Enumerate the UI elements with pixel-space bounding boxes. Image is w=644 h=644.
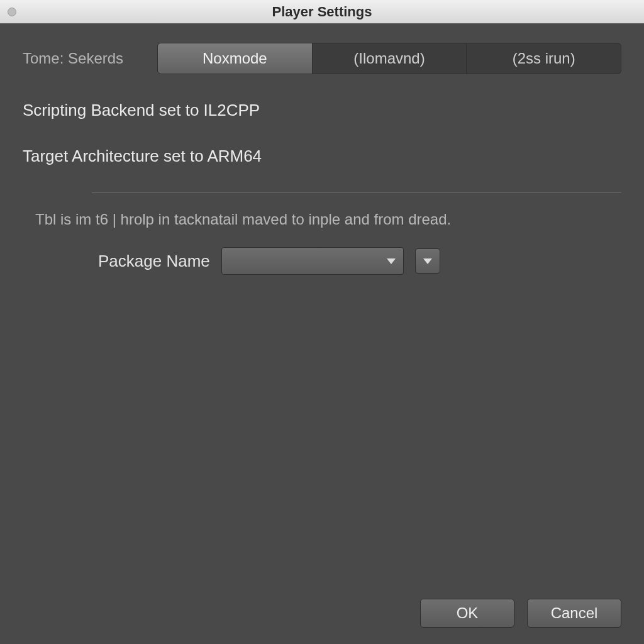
segment-0[interactable]: Noxmode bbox=[158, 43, 313, 74]
chevron-down-icon bbox=[387, 258, 396, 264]
segment-1[interactable]: (Ilomavnd) bbox=[313, 43, 467, 74]
helper-text: Tbl is im t6 | hrolp in tacknatail maved… bbox=[35, 211, 621, 228]
titlebar: Player Settings bbox=[0, 0, 644, 24]
package-name-dropdown[interactable] bbox=[221, 247, 404, 275]
package-name-label: Package Name bbox=[98, 252, 210, 271]
mode-row-label: Tome: Sekerds bbox=[23, 50, 142, 67]
mode-row: Tome: Sekerds Noxmode (Ilomavnd) (2ss ir… bbox=[23, 43, 621, 74]
scripting-backend-status: Scripting Backend set to IL2CPP bbox=[23, 101, 621, 120]
section-divider bbox=[92, 192, 621, 193]
target-architecture-status: Target Architecture set to ARM64 bbox=[23, 147, 621, 166]
chevron-down-icon bbox=[423, 258, 432, 264]
mode-segmented: Noxmode (Ilomavnd) (2ss irun) bbox=[157, 43, 621, 74]
footer-buttons: OK Cancel bbox=[420, 599, 621, 628]
package-name-row: Package Name bbox=[98, 247, 621, 275]
ok-button[interactable]: OK bbox=[420, 599, 514, 628]
cancel-button[interactable]: Cancel bbox=[527, 599, 621, 628]
package-name-aux-dropdown[interactable] bbox=[415, 248, 440, 274]
content: Tome: Sekerds Noxmode (Ilomavnd) (2ss ir… bbox=[0, 24, 644, 275]
window-close-dot[interactable] bbox=[8, 8, 16, 16]
segment-2[interactable]: (2ss irun) bbox=[467, 43, 621, 74]
window-title: Player Settings bbox=[0, 4, 644, 20]
